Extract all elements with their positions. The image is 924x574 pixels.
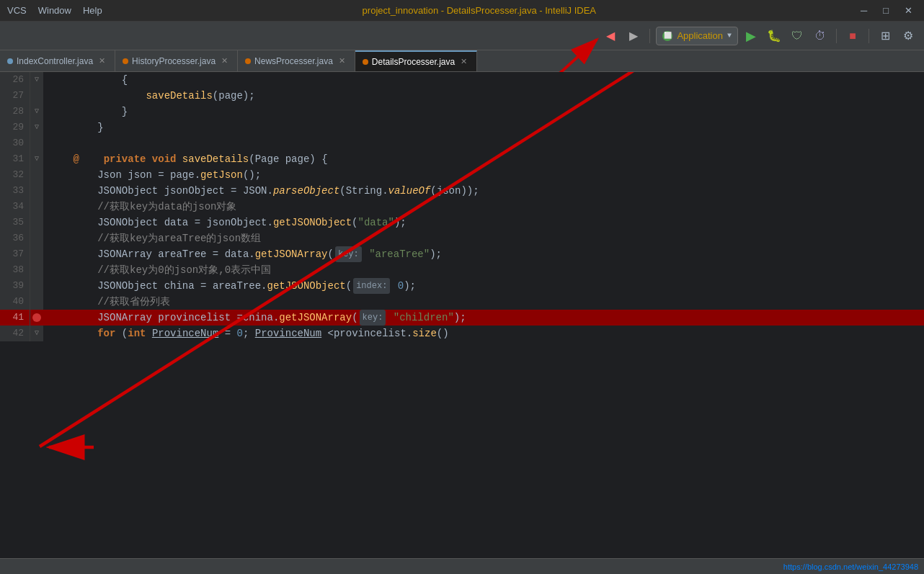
window-controls[interactable]: ─ □ ✕ (856, 4, 917, 17)
line-number-26: 26 (0, 72, 30, 88)
menu-window[interactable]: Window (38, 5, 71, 16)
line-number-41: 41 (0, 310, 30, 326)
gutter-icon-29: ▽ (30, 120, 43, 135)
fold-icon-31[interactable]: ▽ (35, 151, 39, 167)
maximize-button[interactable]: □ (879, 4, 893, 17)
line-content-32: Json json = page.getJson(); (43, 167, 924, 183)
tab-close-newsprocesser[interactable]: ✕ (337, 55, 347, 66)
layout-button[interactable]: ⊞ (875, 26, 895, 46)
code-line-27: 27 saveDetails(page); (0, 88, 924, 104)
menu-bar[interactable]: VCS Window Help (7, 5, 102, 16)
stop-button[interactable]: ■ (843, 26, 863, 46)
line-number-29: 29 (0, 120, 30, 135)
toolbar-separator-2 (836, 29, 837, 43)
profiler-button[interactable]: ⏱ (810, 26, 830, 46)
code-line-39: 39 JSONObject china = areaTree.getJSONOb… (0, 278, 924, 294)
line-number-36: 36 (0, 230, 30, 246)
gutter-icon-31: ▽ (30, 151, 43, 167)
toolbar-separator-3 (869, 29, 869, 43)
tab-newsprocesser[interactable]: NewsProcesser.java ✕ (238, 50, 355, 71)
line-number-27: 27 (0, 88, 30, 104)
navigate-back-button[interactable]: ◀ (600, 26, 621, 46)
code-line-37: 37 JSONArray areaTree = data.getJSONArra… (0, 246, 924, 262)
tab-close-historyprocesser[interactable]: ✕ (219, 55, 230, 66)
gutter-icon-27 (30, 88, 43, 104)
line-number-42: 42 (0, 326, 30, 341)
line-content-26: { (43, 72, 924, 88)
line-content-34: //获取key为data的json对象 (43, 199, 924, 215)
run-config-label: Application (677, 30, 723, 41)
fold-icon-42[interactable]: ▽ (35, 326, 39, 341)
debug-button[interactable]: 🐛 (764, 26, 784, 46)
code-lines-container: 26 ▽ { 27 saveDetails(page); 28 ▽ } (0, 72, 924, 558)
tab-historyprocesser[interactable]: HistoryProcesser.java ✕ (115, 50, 238, 71)
code-line-33: 33 JSONObject jsonObject = JSON.parseObj… (0, 183, 924, 199)
code-line-42: 42 ▽ for (int ProvinceNum = 0; ProvinceN… (0, 326, 924, 341)
gutter-icon-33 (30, 183, 43, 199)
code-line-29: 29 ▽ } (0, 120, 924, 135)
settings-button[interactable]: ⚙ (898, 26, 918, 46)
gutter-icon-30 (30, 135, 43, 151)
breakpoint-41[interactable] (32, 313, 41, 322)
fold-icon-29[interactable]: ▽ (35, 120, 39, 135)
gutter-icon-42: ▽ (30, 326, 43, 341)
gutter-icon-40 (30, 294, 43, 310)
toolbar: ◀ ▶ ⬜ Application ▼ ▶ 🐛 🛡 ⏱ ■ ⊞ ⚙ (0, 22, 924, 50)
run-button[interactable]: ▶ (741, 26, 761, 46)
code-line-34: 34 //获取key为data的json对象 (0, 199, 924, 215)
gutter-icon-37 (30, 246, 43, 262)
menu-vcs[interactable]: VCS (7, 5, 27, 16)
gutter-icon-26: ▽ (30, 72, 43, 88)
line-number-28: 28 (0, 104, 30, 120)
line-number-40: 40 (0, 294, 30, 310)
code-line-30: 30 (0, 135, 924, 151)
coverage-button[interactable]: 🛡 (787, 26, 807, 46)
line-content-40: //获取省份列表 (43, 294, 924, 310)
status-right: https://blog.csdn.net/weixin_44273948 (783, 562, 918, 571)
fold-icon-26[interactable]: ▽ (35, 72, 39, 88)
tab-label-historyprocesser: HistoryProcesser.java (132, 56, 216, 66)
line-content-41: JSONArray provincelist =china.getJSONArr… (43, 310, 924, 326)
tab-icon-detailsprocesser (363, 59, 368, 65)
gutter-icon-35 (30, 215, 43, 230)
line-content-37: JSONArray areaTree = data.getJSONArray(k… (43, 246, 924, 262)
code-line-32: 32 Json json = page.getJson(); (0, 167, 924, 183)
line-content-39: JSONObject china = areaTree.getJSONObjec… (43, 278, 924, 294)
tab-icon-newsprocesser (245, 58, 251, 64)
minimize-button[interactable]: ─ (856, 4, 871, 17)
line-number-30: 30 (0, 135, 30, 151)
tab-indexcontroller[interactable]: IndexController.java ✕ (0, 50, 115, 71)
param-hint-key-37: key: (335, 246, 362, 262)
code-line-38: 38 //获取key为0的json对象,0表示中国 (0, 262, 924, 278)
gutter-icon-28: ▽ (30, 104, 43, 120)
line-content-28: } (43, 104, 924, 120)
tab-close-indexcontroller[interactable]: ✕ (97, 55, 107, 66)
code-line-28: 28 ▽ } (0, 104, 924, 120)
line-content-27: saveDetails(page); (43, 88, 924, 104)
run-config-selector[interactable]: ⬜ Application ▼ (656, 27, 738, 45)
close-button[interactable]: ✕ (900, 4, 917, 17)
line-number-33: 33 (0, 183, 30, 199)
menu-help[interactable]: Help (83, 5, 102, 16)
tab-close-detailsprocesser[interactable]: ✕ (458, 56, 469, 67)
toolbar-separator-1 (649, 29, 650, 43)
tab-label-newsprocesser: NewsProcesser.java (254, 56, 333, 66)
run-config-icon: ⬜ (662, 31, 672, 41)
run-config-dropdown-icon: ▼ (727, 32, 732, 40)
line-content-42: for (int ProvinceNum = 0; ProvinceNum <p… (43, 326, 924, 341)
fold-icon-28[interactable]: ▽ (35, 104, 39, 120)
line-number-34: 34 (0, 199, 30, 215)
line-content-30 (43, 135, 924, 151)
line-number-35: 35 (0, 215, 30, 230)
line-number-39: 39 (0, 278, 30, 294)
gutter-icon-34 (30, 199, 43, 215)
tab-label-detailsprocesser: DetailsProcesser.java (372, 57, 455, 67)
navigate-forward-button[interactable]: ▶ (623, 26, 644, 46)
line-content-36: //获取key为areaTree的json数组 (43, 230, 924, 246)
tab-detailsprocesser[interactable]: DetailsProcesser.java ✕ (355, 50, 477, 71)
gutter-icon-41 (30, 310, 43, 326)
line-number-32: 32 (0, 167, 30, 183)
tab-label-indexcontroller: IndexController.java (17, 56, 93, 66)
code-line-41: 41 JSONArray provincelist =china.getJSON… (0, 310, 924, 326)
line-number-38: 38 (0, 262, 30, 278)
